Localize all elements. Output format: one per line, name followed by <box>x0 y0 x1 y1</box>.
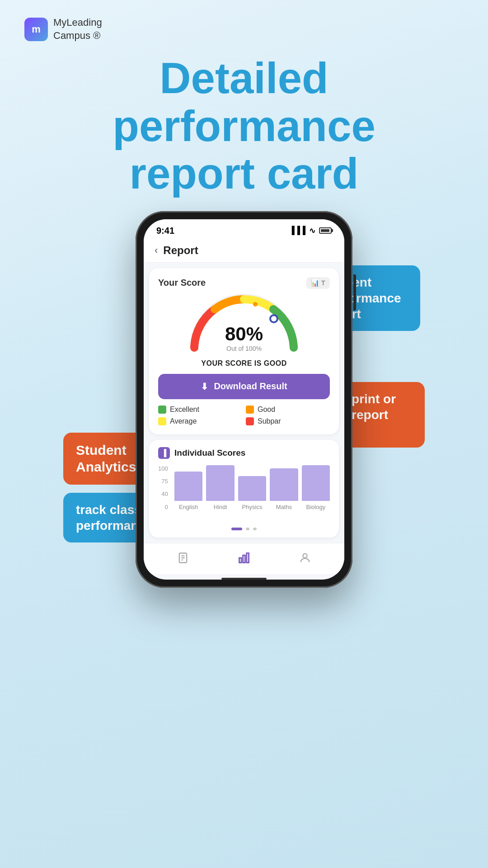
legend-excellent: Excellent <box>158 406 242 414</box>
status-bar: 9:41 ▐▐▐ ∿ <box>144 219 344 240</box>
bar-maths <box>270 468 298 501</box>
home-indicator <box>221 578 267 580</box>
bar-biology <box>302 465 330 501</box>
svg-rect-9 <box>239 558 241 563</box>
legend-subpar: Subpar <box>246 417 330 425</box>
score-card-header: Your Score 📊 T <box>158 277 330 289</box>
bar-group-hindi: Hindi <box>206 465 234 510</box>
nav-icon-analytics[interactable] <box>236 550 252 566</box>
signal-icon: ▐▐▐ <box>289 226 305 235</box>
download-icon: ⬇ <box>201 381 208 392</box>
chart-y-labels: 100 75 40 0 <box>158 465 171 510</box>
download-result-button[interactable]: ⬇ Download Result <box>158 374 330 399</box>
bar-english <box>174 472 202 501</box>
bar-chart: 100 75 40 0 English H <box>158 465 330 524</box>
svg-point-2 <box>253 302 258 307</box>
legend: Excellent Good Average Subpar <box>158 404 330 427</box>
score-card: Your Score 📊 T <box>149 268 339 434</box>
status-time: 9:41 <box>156 226 174 236</box>
phone-wrapper: 9:41 ▐▐▐ ∿ ‹ Report <box>90 211 398 588</box>
score-label: Your Score <box>158 278 206 288</box>
legend-dot-good <box>246 406 254 414</box>
status-icons: ▐▐▐ ∿ <box>289 226 332 236</box>
bar-group-biology: Biology <box>302 465 330 510</box>
bar-physics <box>238 476 266 501</box>
phone-screen: 9:41 ▐▐▐ ∿ ‹ Report <box>144 219 344 580</box>
phone-shell: 9:41 ▐▐▐ ∿ ‹ Report <box>136 211 352 588</box>
phone-outer-wrap: Student performance report Student Analy… <box>72 211 416 588</box>
section-title: Individual Scores <box>174 448 245 458</box>
individual-scores-section: ▐ Individual Scores 100 75 40 0 <box>149 440 339 538</box>
svg-point-4 <box>281 314 284 318</box>
svg-point-3 <box>263 304 266 307</box>
bar-group-english: English <box>174 465 202 510</box>
svg-point-1 <box>271 316 277 321</box>
bar-group-maths: Maths <box>270 465 298 510</box>
gauge-outof: Out of 100% <box>225 345 263 352</box>
score-tab-btn[interactable]: 📊 T <box>306 277 330 289</box>
bar-hindi <box>206 465 234 501</box>
bottom-nav <box>144 543 344 574</box>
section-icon: ▐ <box>158 447 170 459</box>
legend-dot-excellent <box>158 406 166 414</box>
nav-icon-report[interactable] <box>175 550 191 566</box>
bar-group-physics: Physics <box>238 465 266 510</box>
bars-area: English Hindi Physics <box>174 465 330 510</box>
logo-area: m MyLeading Campus ® <box>24 16 102 42</box>
gauge-center-text: 80% Out of 100% <box>225 323 263 352</box>
svg-point-12 <box>303 553 307 557</box>
svg-rect-10 <box>243 555 245 562</box>
wifi-icon: ∿ <box>309 226 315 236</box>
pagination-dots <box>158 524 330 530</box>
legend-dot-subpar <box>246 417 254 425</box>
logo-text: MyLeading Campus ® <box>53 16 102 42</box>
legend-dot-average <box>158 417 166 425</box>
gauge-percent: 80% <box>225 323 263 345</box>
back-button[interactable]: ‹ <box>155 245 158 256</box>
legend-good: Good <box>246 406 330 414</box>
gauge-container: 80% Out of 100% <box>185 293 303 357</box>
svg-rect-11 <box>247 553 249 562</box>
app-navbar: ‹ Report <box>144 240 344 263</box>
battery-icon <box>319 227 332 234</box>
logo-icon: m <box>24 18 48 41</box>
gauge-message: YOUR SCORE IS GOOD <box>158 359 330 368</box>
section-header: ▐ Individual Scores <box>158 447 330 459</box>
legend-average: Average <box>158 417 242 425</box>
navbar-title: Report <box>163 244 198 257</box>
nav-icon-profile[interactable] <box>297 550 313 566</box>
